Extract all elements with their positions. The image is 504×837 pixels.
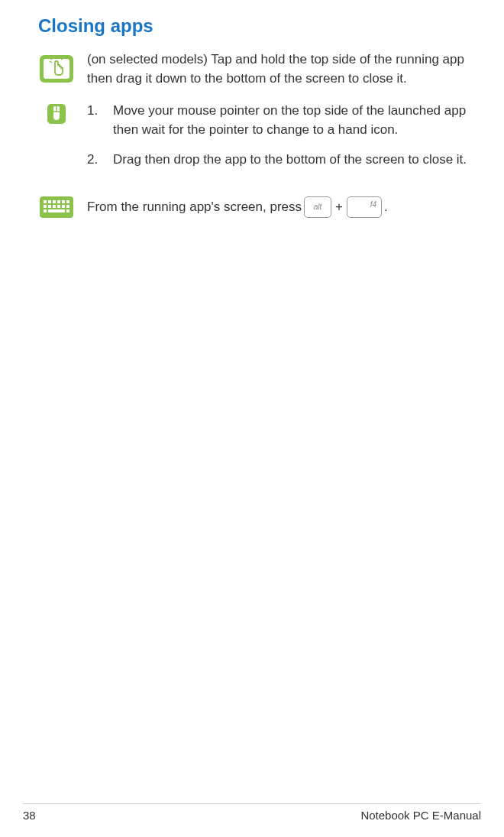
svg-rect-1 — [44, 59, 69, 79]
mouse-section: 1. Move your mouse pointer on the top si… — [38, 102, 473, 180]
list-number: 1. — [87, 102, 113, 139]
keyboard-icon — [38, 193, 75, 221]
svg-rect-22 — [48, 209, 65, 212]
keyboard-prefix: From the running app's screen, press — [87, 198, 302, 217]
list-number: 2. — [87, 151, 113, 170]
touch-icon — [38, 50, 75, 87]
list-item: 1. Move your mouse pointer on the top si… — [87, 102, 473, 139]
svg-rect-15 — [44, 205, 47, 208]
touch-text: (on selected models) Tap and hold the to… — [87, 50, 473, 88]
mouse-steps-list: 1. Move your mouse pointer on the top si… — [87, 102, 473, 169]
keyboard-section: From the running app's screen, press alt… — [38, 193, 473, 221]
plus-sign: + — [335, 198, 343, 217]
svg-rect-9 — [44, 200, 47, 203]
svg-rect-14 — [66, 200, 69, 203]
svg-rect-23 — [66, 209, 69, 212]
svg-rect-17 — [53, 205, 56, 208]
doc-name: Notebook PC E-Manual — [360, 809, 481, 822]
svg-rect-21 — [44, 209, 47, 212]
keyboard-suffix: . — [384, 198, 388, 217]
svg-rect-20 — [66, 205, 69, 208]
touch-section: (on selected models) Tap and hold the to… — [38, 50, 473, 88]
svg-rect-10 — [48, 200, 51, 203]
page-title: Closing apps — [38, 15, 473, 37]
svg-rect-11 — [53, 200, 56, 203]
footer: 38 Notebook PC E-Manual — [23, 803, 481, 822]
page-number: 38 — [23, 809, 36, 822]
mouse-icon — [44, 102, 69, 126]
list-item: 2. Drag then drop the app to the bottom … — [87, 151, 473, 170]
svg-rect-12 — [57, 200, 60, 203]
alt-key: alt — [304, 196, 331, 218]
svg-rect-13 — [62, 200, 65, 203]
list-text: Move your mouse pointer on the top side … — [113, 102, 473, 139]
svg-rect-16 — [48, 205, 51, 208]
svg-rect-19 — [62, 205, 65, 208]
f4-key: f4 — [347, 196, 382, 218]
svg-rect-18 — [57, 205, 60, 208]
list-text: Drag then drop the app to the bottom of … — [113, 151, 473, 170]
